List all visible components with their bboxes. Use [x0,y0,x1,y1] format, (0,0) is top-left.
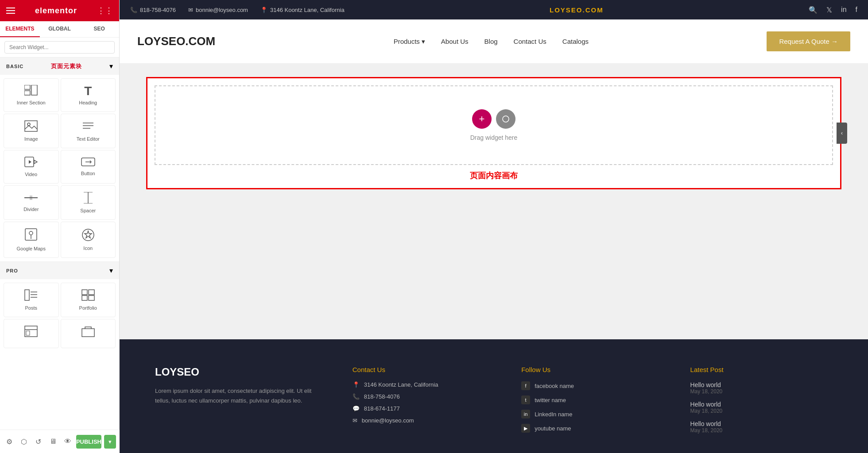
widget-grid: Inner Section T Heading Image Text Edito… [0,75,119,261]
topbar-address: 📍 3146 Koontz Lane, California [260,7,345,13]
basic-label-cn: 页面元素块 [51,62,82,70]
sidebar-tabs: ELEMENTS GLOBAL SEO [0,21,119,38]
phone-icon: 📞 [353,393,360,400]
publish-arrow-button[interactable]: ▾ [104,435,116,449]
tab-elements[interactable]: ELEMENTS [0,21,40,37]
footer-latest-title: Latest Post [690,366,833,373]
video-icon [24,157,38,169]
svg-rect-28 [82,296,87,300]
widget-label: Inner Section [17,100,46,105]
widget-google-maps[interactable]: Google Maps [4,222,59,258]
widget-heading[interactable]: T Heading [61,78,116,112]
handle-button[interactable] [496,109,515,129]
widget-woo2[interactable] [61,319,116,348]
pro-widget-grid: Posts Portfolio [0,279,119,352]
responsive-icon-btn[interactable]: ⬡ [18,434,30,449]
linkedin-icon[interactable]: in [841,6,846,14]
linkedin-icon: in [521,410,530,418]
topbar-left: 📞 818-758-4076 ✉ bonnie@loyseo.com 📍 314… [130,7,345,13]
nav-contact[interactable]: Contact Us [514,38,546,45]
svg-marker-14 [30,196,32,200]
site-header: LOYSEO.COM Products ▾ About Us Blog Cont… [120,19,868,64]
pro-label: PRO [6,268,18,273]
preview-icon-btn[interactable]: 🖥 [47,434,59,449]
widget-portfolio[interactable]: Portfolio [61,283,116,317]
location-icon: 📍 [260,7,267,13]
nav-about[interactable]: About Us [441,38,469,45]
footer-social-col: Follow Us f facebook name t twitter name… [521,366,663,440]
add-widget-button[interactable]: + [472,109,492,129]
twitter-icon[interactable]: 𝕏 [826,6,832,14]
facebook-icon[interactable]: f [856,6,857,14]
footer-contact-mobile: 💬 818-674-1177 [353,405,495,412]
footer-post-2: Hello world May 18, 2020 [690,420,833,434]
footer-youtube[interactable]: ▶ youtube name [521,424,663,433]
widget-woo1[interactable] [4,319,59,348]
spacer-icon [83,192,93,205]
svg-marker-10 [29,160,31,164]
image-icon [24,120,38,134]
footer-post-0: Hello world May 18, 2020 [690,381,833,395]
svg-point-19 [29,231,33,235]
email-icon: ✉ [353,417,357,424]
topbar: 📞 818-758-4076 ✉ bonnie@loyseo.com 📍 314… [120,0,868,19]
history-icon-btn[interactable]: ↺ [33,434,45,449]
linkedin-label: LinkedIn name [535,411,572,418]
svg-rect-30 [25,326,37,337]
widget-spacer[interactable]: Spacer [61,185,116,220]
woo1-icon [24,326,38,339]
collapse-sidebar-button[interactable]: ‹ [837,123,847,144]
widget-text-editor[interactable]: Text Editor [61,114,116,148]
sidebar-footer: ⚙ ⬡ ↺ 🖥 👁 PUBLISH ▾ [0,430,120,453]
widget-inner-section[interactable]: Inner Section [4,78,59,112]
footer-brand: LOYSEO Lorem ipsum dolor sit amet, conse… [155,366,326,440]
topbar-phone: 📞 818-758-4076 [130,7,176,13]
svg-rect-1 [24,91,30,95]
widget-image[interactable]: Image [4,114,59,148]
widget-label: Text Editor [77,136,100,142]
footer-twitter[interactable]: t twitter name [521,395,663,404]
nav-catalogs[interactable]: Catalogs [562,38,589,45]
request-quote-button[interactable]: Request A Quote → [767,31,850,51]
post-title: Hello world [690,401,833,408]
footer-facebook[interactable]: f facebook name [521,381,663,390]
widget-divider[interactable]: Divider [4,185,59,220]
twitter-icon: t [521,395,530,404]
tab-seo[interactable]: SEO [79,21,119,37]
post-date: May 18, 2020 [690,388,833,395]
canvas-inner[interactable]: + Drag widget here [155,85,833,165]
hamburger-icon[interactable] [6,6,15,15]
publish-button[interactable]: PUBLISH [76,435,101,449]
pro-section-header: PRO ▾ [0,261,119,279]
sidebar-search [0,38,119,58]
settings-icon-btn[interactable]: ⚙ [4,434,16,449]
footer-linkedin[interactable]: in LinkedIn name [521,410,663,418]
tab-global[interactable]: GLOBAL [40,21,80,37]
nav-products[interactable]: Products ▾ [394,38,425,46]
svg-rect-33 [82,329,94,337]
widget-button[interactable]: Button [61,150,116,184]
google-maps-icon [25,228,37,243]
site-logo: LOYSEO.COM [137,35,215,48]
grid-icon[interactable]: ⋮⋮ [97,6,113,15]
basic-label: BASIC [6,64,23,69]
widget-posts[interactable]: Posts [4,283,59,317]
nav-blog[interactable]: Blog [484,38,498,45]
widget-video[interactable]: Video [4,150,59,184]
topbar-email: ✉ bonnie@loyseo.com [188,7,248,13]
canvas-section: + Drag widget here 页面内容画布 ‹ [146,77,841,189]
widget-label: Video [25,172,37,177]
footer-contact-email: ✉ bonnie@loyseo.com [353,417,495,424]
post-title: Hello world [690,381,833,388]
basic-section-header: BASIC 页面元素块 ▾ [0,58,119,75]
chevron-down-icon[interactable]: ▾ [109,62,113,70]
widget-label: Icon [83,246,93,251]
search-input[interactable] [4,41,115,54]
search-icon[interactable]: 🔍 [809,6,818,14]
widget-label: Spacer [80,208,96,213]
woo2-icon [81,326,95,339]
pro-chevron-icon[interactable]: ▾ [109,266,113,275]
svg-rect-27 [89,290,94,295]
eye-icon-btn[interactable]: 👁 [62,434,74,449]
widget-icon[interactable]: Icon [61,222,116,258]
